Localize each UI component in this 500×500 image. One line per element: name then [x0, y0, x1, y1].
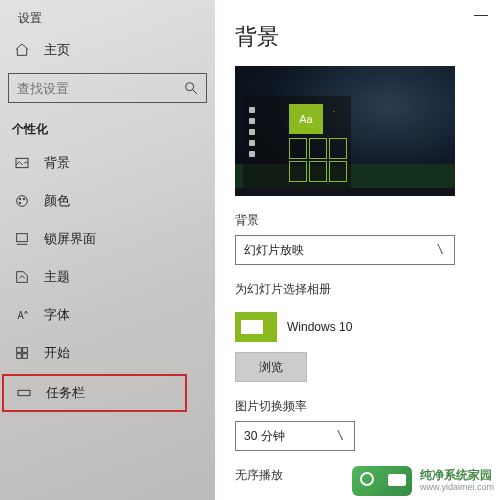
home-icon	[14, 42, 30, 58]
watermark-logo-icon	[352, 466, 412, 496]
svg-rect-10	[23, 354, 28, 359]
sidebar-item-label: 背景	[44, 154, 70, 172]
preview-taskbar	[235, 188, 455, 196]
search-input[interactable]	[8, 73, 207, 103]
svg-point-5	[19, 202, 21, 204]
theme-icon	[14, 269, 30, 285]
interval-dropdown[interactable]: 30 分钟 〵	[235, 421, 355, 451]
font-icon	[14, 307, 30, 323]
lock-screen-icon	[14, 231, 30, 247]
window-title: 设置	[0, 6, 215, 31]
dropdown-value: 幻灯片放映	[244, 242, 304, 259]
sidebar-item-colors[interactable]: 颜色	[0, 182, 215, 220]
browse-button-label: 浏览	[259, 359, 283, 376]
sidebar-item-background[interactable]: 背景	[0, 144, 215, 182]
svg-point-3	[19, 198, 21, 200]
svg-rect-9	[17, 354, 22, 359]
minimize-button[interactable]: —	[474, 6, 488, 22]
preview-tile-aa: Aa	[289, 104, 323, 134]
sidebar-item-fonts[interactable]: 字体	[0, 296, 215, 334]
browse-button[interactable]: 浏览	[235, 352, 307, 382]
svg-point-4	[23, 198, 25, 200]
sidebar-item-start[interactable]: 开始	[0, 334, 215, 372]
start-icon	[14, 345, 30, 361]
svg-point-0	[186, 83, 194, 91]
label-interval: 图片切换频率	[235, 382, 486, 421]
page-title: 背景	[235, 4, 486, 66]
settings-window: 设置 主页 个性化 背景 颜色 锁屏界面	[0, 0, 500, 500]
content-pane: — 背景 Aa 背景 幻灯片放映 〵 为幻灯片选择相册 Windows 10	[215, 0, 500, 500]
album-name: Windows 10	[287, 320, 352, 334]
album-thumb-icon	[235, 312, 277, 342]
dropdown-value: 30 分钟	[244, 428, 285, 445]
preview-start-menu: Aa	[243, 96, 351, 188]
label-background: 背景	[235, 196, 486, 235]
sidebar-item-label: 颜色	[44, 192, 70, 210]
sidebar-item-themes[interactable]: 主题	[0, 258, 215, 296]
sidebar-item-taskbar[interactable]: 任务栏	[2, 374, 187, 412]
chevron-down-icon: 〵	[335, 430, 346, 442]
sidebar-item-lockscreen[interactable]: 锁屏界面	[0, 220, 215, 258]
background-mode-dropdown[interactable]: 幻灯片放映 〵	[235, 235, 455, 265]
svg-rect-11	[18, 390, 30, 395]
search-icon	[183, 80, 199, 99]
taskbar-icon	[16, 385, 32, 401]
sidebar-item-label: 任务栏	[46, 384, 85, 402]
picture-icon	[14, 155, 30, 171]
sidebar: 设置 主页 个性化 背景 颜色 锁屏界面	[0, 0, 215, 500]
svg-point-2	[17, 196, 28, 207]
sidebar-item-label: 主题	[44, 268, 70, 286]
watermark-brand: 纯净系统家园	[420, 468, 492, 482]
sidebar-item-label: 开始	[44, 344, 70, 362]
sidebar-nav: 背景 颜色 锁屏界面 主题 字体 开始	[0, 144, 215, 412]
watermark-url: www.yidaimei.com	[420, 483, 494, 493]
sidebar-group-title: 个性化	[0, 103, 215, 144]
svg-rect-6	[17, 234, 28, 242]
nav-home[interactable]: 主页	[0, 31, 215, 73]
watermark: 纯净系统家园 www.yidaimei.com	[352, 466, 494, 496]
album-row[interactable]: Windows 10	[235, 304, 486, 344]
svg-rect-8	[23, 348, 28, 353]
label-album: 为幻灯片选择相册	[235, 265, 486, 304]
search-container	[0, 73, 215, 103]
sidebar-item-label: 锁屏界面	[44, 230, 96, 248]
chevron-down-icon: 〵	[435, 244, 446, 256]
svg-rect-7	[17, 348, 22, 353]
background-preview: Aa	[235, 66, 455, 196]
palette-icon	[14, 193, 30, 209]
sidebar-item-label: 字体	[44, 306, 70, 324]
nav-home-label: 主页	[44, 41, 70, 59]
